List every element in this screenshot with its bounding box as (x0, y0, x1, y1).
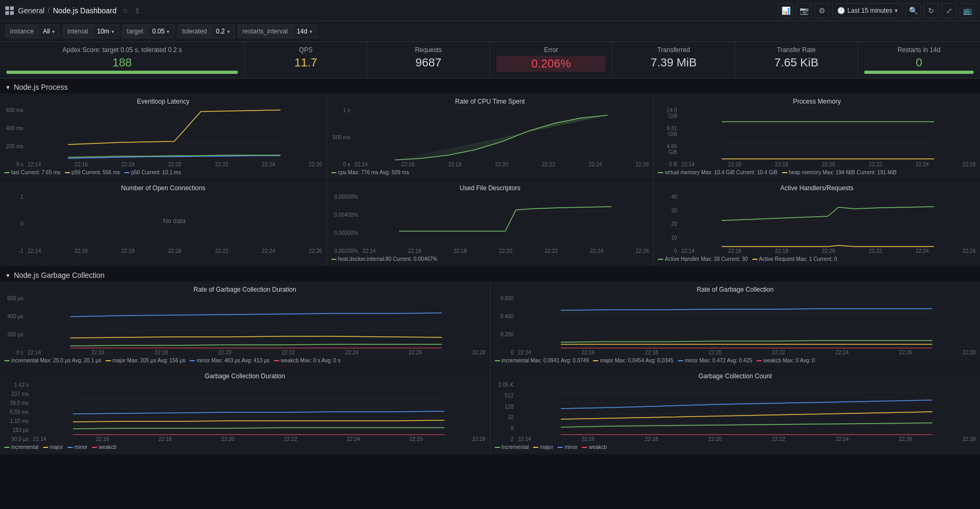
legend-active-handlers: Active Handler Max: 39 Current: 30 Activ… (658, 256, 976, 262)
chart-content-process-memory: 22:1422:1622:1822:2022:2222:2422:26 (680, 107, 976, 167)
filterbar: instance All ▾ interval 10m ▾ target 0.0… (0, 21, 980, 42)
chart-active-handlers: Active Handlers/Requests 403020100 (654, 180, 980, 266)
chevron-down-icon-3: ▾ (167, 29, 169, 35)
chart-content-active-handlers: 22:1422:1622:1822:2022:2222:2422:26 (680, 194, 976, 254)
x-axis-eventloop: 22:1422:1622:1822:2022:2222:2422:26 (27, 162, 322, 167)
requests-value: 9687 (374, 56, 483, 70)
stat-card-restarts: Restarts in 14d 0 (858, 42, 980, 78)
chart-content-gc-rate: 22:1422:1622:1822:2022:2222:2422:2622:28 (517, 295, 976, 355)
app-logo (5, 6, 14, 15)
legend-gc-rate: incremental Max: 0.0941 Avg: 0.0749 majo… (495, 358, 976, 363)
chart-title-gc-rate: Rate of Garbage Collection (495, 286, 976, 293)
breadcrumb-general[interactable]: General (18, 6, 45, 15)
time-range-chevron: ▾ (895, 7, 898, 14)
requests-title: Requests (374, 46, 483, 54)
filter-instance-value[interactable]: All ▾ (39, 24, 59, 38)
share-icon[interactable]: ⇧ (134, 6, 141, 15)
stat-cards: Apdex Score: target 0.05 s, tolerated 0.… (0, 42, 980, 79)
chart-svg-gc-duration (32, 382, 486, 435)
qps-title: QPS (251, 46, 360, 54)
camera-button[interactable]: 📷 (796, 3, 811, 18)
y-axis-gc-duration: 1.42 s237 ms39.0 ms6.59 ms1.10 ms183 μs3… (4, 382, 31, 442)
stat-card-requests: Requests 9687 (367, 42, 489, 78)
qps-value: 11.7 (251, 56, 360, 70)
chart-svg-eventloop (27, 107, 322, 160)
apdex-value: 188 (6, 56, 238, 70)
svg-text:No data: No data (163, 217, 185, 225)
refresh-button[interactable]: ↻ (924, 3, 939, 18)
filter-tolerated-label: tolerated (177, 24, 212, 38)
y-axis-cpu: 1 s500 ms0 s (331, 107, 353, 167)
expand-button[interactable]: ⤢ (942, 3, 957, 18)
chevron-down-icon-4: ▾ (227, 29, 230, 35)
stat-card-transferred: Transferred 7.39 MiB (613, 42, 735, 78)
chevron-down-icon-2: ▾ (111, 29, 114, 35)
filter-restarts-value[interactable]: 14d ▾ (293, 24, 317, 38)
star-icon[interactable]: ☆ (122, 6, 129, 15)
time-range-label: Last 15 minutes (847, 7, 892, 14)
chart-svg-process-memory (680, 107, 976, 160)
transfer-rate-value: 7.65 KiB (742, 56, 851, 70)
tv-button[interactable]: 📺 (960, 3, 975, 18)
section-nodejs-process[interactable]: ▼ Node.js Process (0, 79, 980, 94)
x-axis-file-descriptors: 22:1422:1622:1822:2022:2222:2422:26 (362, 248, 649, 254)
y-axis-eventloop: 600 ms400 ms200 ms0 s (4, 107, 25, 167)
topbar: General / Node.js Dashboard ☆ ⇧ 📊 📷 ⚙ 🕐 … (0, 0, 980, 21)
chart-eventloop-latency: Eventloop Latency 600 ms400 ms200 ms0 s (0, 94, 326, 180)
section-title-gc: Node.js Garbage Collection (14, 271, 105, 279)
filter-target-value[interactable]: 0.05 ▾ (148, 24, 174, 38)
search-button[interactable]: 🔍 (906, 3, 921, 18)
breadcrumb: General / Node.js Dashboard ☆ ⇧ (18, 6, 774, 15)
error-value: 0.206% (496, 56, 606, 72)
legend-cpu: cpu Max: 776 ms Avg: 509 ms (331, 169, 649, 175)
chart-content-gc-count: 22:1422:1622:1822:2022:2222:2422:2622:28 (517, 382, 976, 442)
chart-svg-file-descriptors (362, 194, 649, 247)
filter-instance: instance All ▾ (5, 24, 59, 38)
chart-title-gc-duration: Garbage Collection Duration (4, 372, 486, 380)
chart-content-gc-duration: 22:1422:1622:1822:2022:2222:2422:2622:28 (32, 382, 486, 442)
settings-button[interactable]: ⚙ (814, 3, 829, 18)
process-charts-top: Eventloop Latency 600 ms400 ms200 ms0 s (0, 94, 980, 180)
chart-content-gc-rate-duration: 22:1422:1622:1822:2022:2222:2422:2622:28 (27, 295, 486, 355)
section-nodejs-gc[interactable]: ▼ Node.js Garbage Collection (0, 267, 980, 282)
chart-content-open-connections: No data 22:1422:1622:1822:2022:2222:2422… (27, 194, 322, 254)
chart-content-file-descriptors: 22:1422:1622:1822:2022:2222:2422:26 (362, 194, 649, 254)
legend-process-memory: virtual memory Max: 10.4 GiB Current: 10… (658, 169, 976, 175)
gc-charts-bottom: Garbage Collection Duration 1.42 s237 ms… (0, 368, 980, 454)
breadcrumb-dashboard: Node.js Dashboard (53, 6, 117, 15)
legend-gc-duration: incremental major minor weakcb (4, 444, 486, 450)
y-axis-gc-rate-duration: 600 μs400 μs200 μs0 s (4, 295, 25, 355)
stat-card-qps: QPS 11.7 (245, 42, 367, 78)
chart-title-active-handlers: Active Handlers/Requests (658, 184, 976, 192)
filter-target-label: target (122, 24, 148, 38)
time-range-picker[interactable]: 🕐 Last 15 minutes ▾ (832, 3, 902, 18)
stat-card-transfer-rate: Transfer Rate 7.65 KiB (735, 42, 857, 78)
chart-gc-rate: Rate of Garbage Collection 0.6000.4000.2… (491, 282, 981, 368)
x-axis-cpu: 22:1422:1622:1822:2022:2222:2422:26 (354, 162, 649, 167)
clock-icon: 🕐 (837, 7, 845, 14)
restarts-title: Restarts in 14d (864, 46, 974, 54)
filter-interval-value[interactable]: 10m ▾ (93, 24, 119, 38)
chart-svg-cpu (354, 107, 649, 160)
chart-svg-gc-count (517, 382, 976, 435)
chart-svg-active-handlers (680, 194, 976, 247)
chart-title-file-descriptors: Used File Descriptors (331, 184, 649, 192)
collapse-icon: ▼ (5, 84, 11, 90)
filter-restarts-label: restarts_interval (238, 24, 293, 38)
chart-gc-duration: Garbage Collection Duration 1.42 s237 ms… (0, 368, 490, 454)
x-axis-process-memory: 22:1422:1622:1822:2022:2222:2422:26 (680, 162, 976, 167)
transferred-title: Transferred (619, 46, 728, 54)
stat-card-apdex: Apdex Score: target 0.05 s, tolerated 0.… (0, 42, 244, 78)
chart-svg-gc-rate-duration (27, 295, 486, 349)
chevron-down-icon: ▾ (52, 29, 55, 35)
transfer-rate-title: Transfer Rate (742, 46, 851, 54)
chart-cpu: Rate of CPU Time Spent 1 s500 ms0 s (327, 94, 654, 180)
x-axis-gc-rate-duration: 22:1422:1622:1822:2022:2222:2422:2622:28 (27, 350, 486, 355)
chart-content-eventloop: 22:1422:1622:1822:2022:2222:2422:26 (27, 107, 322, 167)
y-axis-process-memory: 14.0 GiB9.31 GiB4.66 GiB0 B (658, 107, 679, 167)
gc-charts-top: Rate of Garbage Collection Duration 600 … (0, 282, 980, 368)
chevron-down-icon-5: ▾ (310, 29, 312, 35)
chart-icon-button[interactable]: 📊 (778, 3, 793, 18)
filter-tolerated-value[interactable]: 0.2 ▾ (212, 24, 235, 38)
legend-eventloop: last Current: 7.65 ms p99 Current: 556 m… (4, 169, 322, 175)
